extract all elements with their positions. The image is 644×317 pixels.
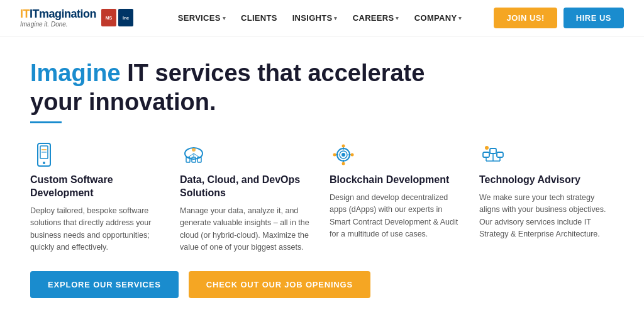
svg-rect-26 bbox=[497, 152, 503, 157]
nav-insights[interactable]: INSIGHTS ▾ bbox=[286, 0, 344, 36]
svg-point-22 bbox=[351, 153, 354, 157]
nav-cta-buttons: JOIN US! HIRE US bbox=[494, 8, 624, 28]
company-chevron-icon: ▾ bbox=[458, 15, 462, 21]
service-card-blockchain: Blockchain Development Design and develo… bbox=[330, 141, 464, 253]
service-advisory-title: Technology Advisory bbox=[479, 174, 614, 187]
hero-underline-decoration bbox=[30, 121, 62, 123]
cloud-icon bbox=[180, 141, 314, 169]
explore-services-button[interactable]: EXPLORE OUR SERVICES bbox=[30, 271, 179, 298]
svg-rect-25 bbox=[490, 148, 496, 153]
service-blockchain-desc: Design and develop decentralized apps (d… bbox=[330, 192, 464, 241]
logo-badges: MS Inc bbox=[101, 9, 133, 26]
hero-headline: Imagine IT services that accelerate your… bbox=[30, 59, 458, 116]
insights-chevron-icon: ▾ bbox=[334, 15, 337, 21]
svg-point-2 bbox=[43, 162, 45, 164]
mobile-icon bbox=[30, 141, 165, 169]
advisory-icon bbox=[479, 141, 614, 169]
svg-point-23 bbox=[341, 153, 345, 157]
svg-point-21 bbox=[333, 153, 336, 157]
badge-inc: Inc bbox=[118, 9, 133, 26]
svg-line-11 bbox=[194, 153, 199, 157]
service-card-software: Custom Software Development Deploy tailo… bbox=[30, 141, 165, 253]
nav-careers[interactable]: CAREERS ▾ bbox=[347, 0, 406, 36]
nav-clients-label: CLIENTS bbox=[241, 13, 277, 23]
svg-rect-24 bbox=[483, 152, 489, 157]
service-blockchain-title: Blockchain Development bbox=[330, 174, 464, 187]
hero-section: Imagine IT services that accelerate your… bbox=[0, 36, 644, 317]
service-card-cloud: Data, Cloud, and DevOps Solutions Manage… bbox=[180, 141, 314, 253]
logo-it-accent: IT bbox=[20, 8, 30, 20]
nav-services[interactable]: SERVICES ▾ bbox=[172, 0, 232, 36]
navbar: ITITmagination Imagine it. Done. MS Inc … bbox=[0, 0, 644, 36]
hire-us-button[interactable]: HIRE US bbox=[564, 8, 624, 28]
hero-headline-accent: Imagine bbox=[30, 60, 121, 86]
careers-chevron-icon: ▾ bbox=[396, 15, 399, 21]
service-cloud-title: Data, Cloud, and DevOps Solutions bbox=[180, 174, 314, 200]
service-cloud-desc: Manage your data, analyze it, and genera… bbox=[180, 205, 314, 254]
nav-links: SERVICES ▾ CLIENTS INSIGHTS ▾ CAREERS ▾ … bbox=[146, 0, 494, 36]
svg-point-19 bbox=[342, 145, 345, 148]
logo-text: ITITmagination Imagine it. Done. bbox=[20, 8, 96, 28]
svg-line-9 bbox=[188, 153, 194, 157]
svg-point-20 bbox=[342, 162, 345, 165]
nav-services-label: SERVICES bbox=[178, 13, 221, 23]
logo-area: ITITmagination Imagine it. Done. MS Inc bbox=[20, 8, 146, 28]
svg-point-12 bbox=[192, 148, 196, 152]
badge-ms: MS bbox=[101, 9, 116, 26]
service-card-advisory: Technology Advisory We make sure your te… bbox=[479, 141, 614, 253]
service-advisory-desc: We make sure your tech strategy aligns w… bbox=[479, 192, 614, 241]
service-software-desc: Deploy tailored, bespoke software soluti… bbox=[30, 205, 165, 254]
svg-rect-33 bbox=[485, 146, 489, 150]
services-chevron-icon: ▾ bbox=[223, 15, 226, 21]
nav-company-label: COMPANY bbox=[414, 13, 457, 23]
service-software-title: Custom Software Development bbox=[30, 174, 165, 200]
blockchain-icon bbox=[330, 141, 464, 169]
nav-insights-label: INSIGHTS bbox=[292, 13, 333, 23]
logo-name: ITITmagination bbox=[20, 8, 96, 21]
nav-careers-label: CAREERS bbox=[353, 13, 394, 23]
logo-tagline: Imagine it. Done. bbox=[20, 21, 96, 28]
job-openings-button[interactable]: CHECK OUT OUR JOB OPENINGS bbox=[189, 271, 370, 298]
nav-company[interactable]: COMPANY ▾ bbox=[408, 0, 469, 36]
services-grid: Custom Software Development Deploy tailo… bbox=[30, 141, 614, 253]
cta-row: EXPLORE OUR SERVICES CHECK OUT OUR JOB O… bbox=[30, 271, 614, 298]
join-us-button[interactable]: JOIN US! bbox=[494, 8, 557, 28]
nav-clients[interactable]: CLIENTS bbox=[235, 0, 284, 36]
